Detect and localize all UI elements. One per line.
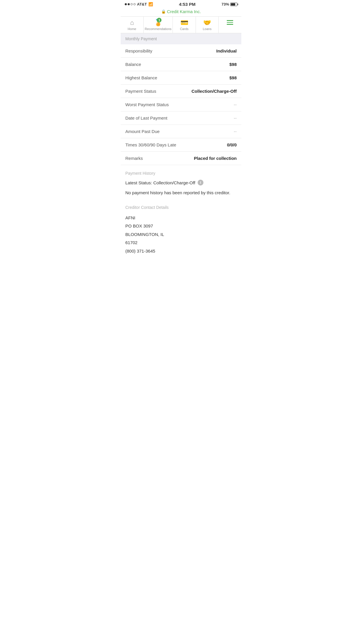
table-row: Remarks Placed for collection (121, 152, 241, 165)
creditor-address2: BLOOMINGTON, IL (125, 230, 237, 239)
status-right: 73% (222, 2, 237, 6)
creditor-contact-title: Creditor Contact Details (125, 205, 237, 210)
battery-percent: 73% (222, 2, 229, 6)
table-row: Date of Last Payment -- (121, 111, 241, 125)
hamburger-icon (226, 19, 234, 26)
lock-icon: 🔒 (161, 9, 166, 14)
recommendations-badge: 1 (157, 18, 161, 22)
table-row: Worst Payment Status -- (121, 98, 241, 111)
tab-loans-label: Loans (203, 27, 212, 31)
table-row: Amount Past Due -- (121, 125, 241, 138)
payment-history-section: Payment History Latest Status: Collectio… (121, 165, 241, 199)
payment-status-label: Payment Status (125, 89, 181, 94)
amount-past-due-value: -- (181, 129, 237, 134)
balance-label: Balance (125, 62, 181, 67)
worst-payment-status-value: -- (181, 102, 237, 107)
payment-status-value: Collection/Charge-Off (181, 89, 237, 94)
remarks-label: Remarks (125, 156, 181, 161)
table-row: Responsibility Individual (121, 44, 241, 58)
loans-icon: 🤝 (203, 19, 211, 27)
creditor-contact-section: Creditor Contact Details AFNI PO BOX 309… (121, 199, 241, 258)
days-late-label: Times 30/60/90 Days Late (125, 142, 181, 147)
responsibility-label: Responsibility (125, 48, 181, 53)
wifi-icon: 📶 (148, 2, 153, 6)
tab-home-label: Home (128, 27, 136, 31)
balance-value: $98 (181, 62, 237, 67)
tab-cards-label: Cards (180, 27, 188, 31)
time-display: 4:53 PM (179, 2, 196, 7)
creditor-details: AFNI PO BOX 3097 BLOOMINGTON, IL 61702 (… (125, 214, 237, 256)
date-last-payment-value: -- (181, 116, 237, 120)
date-last-payment-label: Date of Last Payment (125, 116, 181, 120)
brand-label: 🔒 Credit Karma Inc. (121, 9, 241, 14)
remarks-value: Placed for collection (181, 156, 237, 161)
creditor-address1: PO BOX 3097 (125, 222, 237, 230)
carrier-label: AT&T (137, 2, 147, 6)
tab-recommendations-label: Recommendations (145, 27, 172, 31)
dot-2 (128, 3, 130, 5)
status-left: AT&T 📶 (125, 2, 153, 6)
payment-history-title: Payment History (125, 171, 237, 176)
section-grey-header: Monthly Payment (121, 33, 241, 44)
battery-icon (230, 3, 237, 6)
no-history-text: No payment history has been reported by … (125, 190, 237, 196)
amount-past-due-label: Amount Past Due (125, 129, 181, 134)
latest-status-row: Latest Status: Collection/Charge-Off i (125, 180, 237, 186)
days-late-value: 0/0/0 (181, 142, 237, 147)
signal-dots (125, 3, 136, 5)
cards-icon: 💳 (180, 19, 188, 27)
latest-status-text: Latest Status: Collection/Charge-Off (125, 180, 195, 185)
nav-tabs: ⌂ Home 🏅 1 Recommendations 💳 Cards 🤝 Loa… (121, 17, 241, 33)
table-row: Balance $98 (121, 58, 241, 71)
tab-menu[interactable] (219, 17, 241, 33)
creditor-name: AFNI (125, 214, 237, 222)
highest-balance-value: $98 (181, 75, 237, 80)
table-row: Payment Status Collection/Charge-Off (121, 85, 241, 98)
menu-line-2 (227, 22, 233, 23)
tab-loans[interactable]: 🤝 Loans (196, 17, 219, 33)
app-header: 🔒 Credit Karma Inc. (121, 8, 241, 17)
menu-line-3 (227, 24, 233, 25)
worst-payment-status-label: Worst Payment Status (125, 102, 181, 107)
dot-3 (131, 3, 133, 5)
creditor-zip: 61702 (125, 239, 237, 247)
table-row: Highest Balance $98 (121, 71, 241, 85)
info-table: Responsibility Individual Balance $98 Hi… (121, 44, 241, 165)
brand-name: Credit Karma Inc. (167, 9, 201, 14)
battery-fill (231, 3, 235, 6)
table-row: Times 30/60/90 Days Late 0/0/0 (121, 138, 241, 152)
menu-line-1 (227, 20, 233, 21)
dot-4 (133, 3, 136, 5)
status-bar: AT&T 📶 4:53 PM 73% (121, 0, 241, 8)
tab-cards[interactable]: 💳 Cards (173, 17, 196, 33)
info-circle-button[interactable]: i (198, 180, 203, 186)
creditor-phone: (800) 371-3645 (125, 247, 237, 256)
dot-1 (125, 3, 127, 5)
tab-recommendations[interactable]: 🏅 1 Recommendations (144, 17, 173, 33)
responsibility-value: Individual (181, 48, 237, 53)
highest-balance-label: Highest Balance (125, 75, 181, 80)
tab-home[interactable]: ⌂ Home (121, 17, 144, 33)
home-icon: ⌂ (130, 19, 134, 27)
section-title: Monthly Payment (125, 36, 157, 41)
